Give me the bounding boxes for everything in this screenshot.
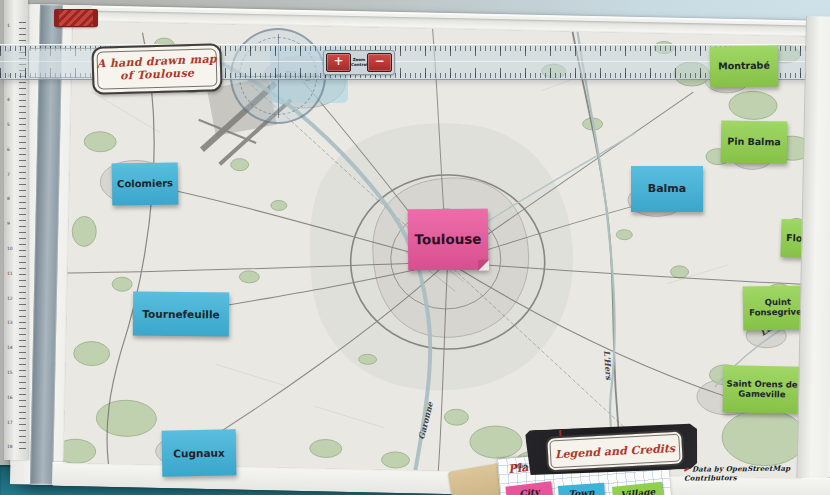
zoom-control-label: Zoom Control [351,58,367,68]
note-fold-corner [478,260,489,271]
note-label: Saint Orens de Gameville [725,379,799,400]
credits-text: Data by OpenStreetMap Contributors [684,463,830,482]
zoom-out-button[interactable]: − [367,53,392,72]
note-cugnaux[interactable]: Cugnaux [162,429,237,476]
note-label: Toulouse [414,231,481,247]
note-label: Montrabé [718,61,770,73]
river-label-lhers: L'Hers [602,350,614,380]
note-label: Colomiers [117,178,173,190]
note-label: Tournefeuille [142,308,219,321]
note-tournefeuille[interactable]: Tournefeuille [133,292,229,337]
note-label: Pin Balma [727,136,781,148]
zoom-in-button[interactable]: + [326,53,351,72]
note-colomiers[interactable]: Colomiers [112,162,179,205]
note-label: Balma [648,183,686,196]
legend-chip-village: Village [612,482,664,495]
hand-drawn-map-screen: 123456789101112131415161718 Blagnac A ha… [0,0,830,495]
note-montrabe[interactable]: Montrabé [710,45,779,87]
note-label: Cugnaux [173,447,225,460]
ruler-grip-handle[interactable] [55,9,97,27]
legend-title: Legend and Credits [555,441,676,460]
map-title-card: A hand drawn map of Toulouse [91,43,222,94]
map-title-line2: of Toulouse [120,67,195,83]
note-balma[interactable]: Balma [631,166,703,212]
legend-chip-town: Town [558,483,605,495]
zoom-control: + Zoom Control − [323,50,395,75]
vertical-ruler-numbers: 123456789101112131415161718 [7,24,17,450]
legend-chip-city: City [505,481,553,495]
note-toulouse[interactable]: Toulouse [408,209,489,271]
vertical-ruler-ticks [19,22,26,452]
legend-title-card: Legend and Credits [545,429,685,472]
note-saint-orens[interactable]: Saint Orens de Gameville [723,365,802,413]
map-annotation: Map [513,461,527,469]
note-pin-balma[interactable]: Pin Balma [721,120,788,163]
